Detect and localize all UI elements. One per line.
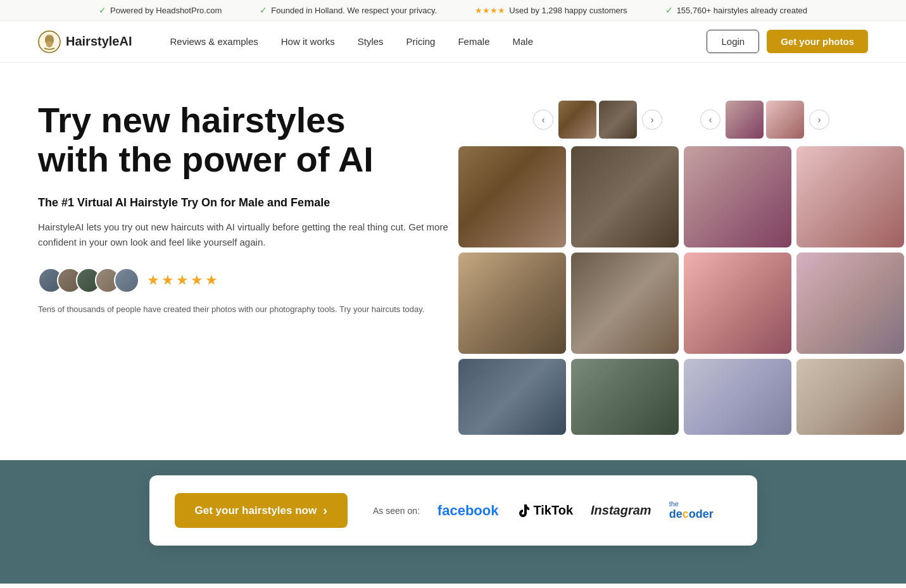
logo-text: HairstyleAI bbox=[66, 34, 132, 49]
nav-link-how[interactable]: How it works bbox=[281, 36, 335, 47]
male-thumb-2 bbox=[599, 101, 637, 139]
login-button[interactable]: Login bbox=[707, 30, 759, 53]
instagram-brand: Instagram bbox=[591, 503, 651, 518]
nav-item-pricing[interactable]: Pricing bbox=[406, 36, 436, 47]
topbar-item-3: ★★★★ Used by 1,298 happy customers bbox=[475, 5, 627, 15]
get-hairstyles-button[interactable]: Get your hairstyles now › bbox=[175, 493, 348, 528]
topbar-item-4: ✓ 155,760+ hairstyles already created bbox=[665, 5, 807, 15]
male-grid-img-2 bbox=[458, 253, 566, 354]
nav-actions: Login Get your photos bbox=[707, 30, 868, 53]
nav-item-male[interactable]: Male bbox=[512, 36, 533, 47]
female-thumb-1 bbox=[726, 101, 764, 139]
nav-link-female[interactable]: Female bbox=[458, 36, 489, 47]
avatar-stack bbox=[38, 268, 139, 293]
hero-title: Try new hairstyles with the power of AI bbox=[38, 101, 469, 178]
arrow-icon: › bbox=[323, 503, 327, 518]
carousel-left-arrow-male[interactable]: ‹ bbox=[533, 109, 553, 130]
star-1: ★ bbox=[147, 272, 160, 289]
male-grid-img-4 bbox=[571, 146, 679, 247]
male-before-after: ‹ › bbox=[533, 101, 662, 139]
star-rating: ★ ★ ★ ★ ★ bbox=[147, 272, 218, 289]
topbar-item-1: ✓ Powered by HeadshotPro.com bbox=[99, 5, 222, 15]
nav-link-styles[interactable]: Styles bbox=[358, 36, 384, 47]
cta-bar: Get your hairstyles now › As seen on: fa… bbox=[149, 475, 757, 546]
carousel-left-arrow-female[interactable]: ‹ bbox=[700, 109, 720, 130]
topbar-text-1: Powered by HeadshotPro.com bbox=[110, 6, 222, 15]
star-4: ★ bbox=[191, 272, 203, 289]
topbar-text-3: Used by 1,298 happy customers bbox=[509, 6, 627, 15]
check-icon-2: ✓ bbox=[260, 5, 267, 15]
female-grid-col-2 bbox=[796, 146, 904, 435]
nav-link-reviews[interactable]: Reviews & examples bbox=[170, 36, 258, 47]
svg-point-2 bbox=[46, 41, 53, 47]
nav-links: Reviews & examples How it works Styles P… bbox=[170, 36, 707, 47]
check-icon-1: ✓ bbox=[99, 5, 106, 15]
get-photos-button[interactable]: Get your photos bbox=[767, 30, 868, 53]
hero-subtitle: The #1 Virtual AI Hairstyle Try On for M… bbox=[38, 196, 469, 210]
female-grid-img-3 bbox=[684, 359, 791, 435]
hero-images: ‹ › ‹ › bbox=[494, 101, 868, 435]
female-grid-img-6 bbox=[796, 359, 904, 435]
carousel-right-arrow-male[interactable]: › bbox=[642, 109, 662, 130]
check-icon-4: ✓ bbox=[665, 5, 673, 15]
tiktok-icon bbox=[516, 504, 530, 518]
cta-bar-wrapper: Get your hairstyles now › As seen on: fa… bbox=[0, 475, 906, 584]
logo-icon bbox=[38, 30, 61, 53]
topbar-text-4: 155,760+ hairstyles already created bbox=[677, 6, 807, 15]
decoder-brand: the decoder bbox=[669, 501, 714, 521]
female-grid-img-2 bbox=[684, 253, 791, 354]
nav-link-pricing[interactable]: Pricing bbox=[406, 36, 436, 47]
hero-avatars: ★ ★ ★ ★ ★ bbox=[38, 268, 469, 293]
topbar-text-2: Founded in Holland. We respect your priv… bbox=[271, 6, 437, 15]
female-grid-img-5 bbox=[796, 253, 904, 354]
navbar: HairstyleAI Reviews & examples How it wo… bbox=[0, 21, 906, 63]
logo-link[interactable]: HairstyleAI bbox=[38, 30, 132, 53]
hero-social-proof: Tens of thousands of people have created… bbox=[38, 303, 469, 316]
avatar-5 bbox=[114, 268, 139, 293]
female-thumbs bbox=[726, 101, 804, 139]
hero-text: Try new hairstyles with the power of AI … bbox=[38, 101, 494, 316]
male-grid-col bbox=[458, 146, 566, 435]
as-seen-label: As seen on: bbox=[373, 506, 420, 516]
nav-link-male[interactable]: Male bbox=[512, 36, 533, 47]
stars-icon: ★★★★ bbox=[475, 6, 505, 15]
nav-item-female[interactable]: Female bbox=[458, 36, 489, 47]
hero-section: Try new hairstyles with the power of AI … bbox=[0, 63, 906, 460]
hero-title-line1: Try new hairstyles bbox=[38, 100, 346, 140]
female-grid-img-1 bbox=[684, 146, 791, 247]
top-bar: ✓ Powered by HeadshotPro.com ✓ Founded i… bbox=[0, 0, 906, 21]
facebook-brand: facebook bbox=[437, 503, 499, 519]
before-after-container: ‹ › ‹ › bbox=[494, 101, 868, 139]
nav-item-reviews[interactable]: Reviews & examples bbox=[170, 36, 258, 47]
male-grid-img-6 bbox=[571, 359, 679, 435]
get-hairstyles-label: Get your hairstyles now bbox=[195, 504, 317, 517]
male-thumb-1 bbox=[558, 101, 596, 139]
male-grid-img-3 bbox=[458, 359, 566, 435]
hero-description: HairstyleAI lets you try out new haircut… bbox=[38, 220, 469, 250]
female-grid-col bbox=[684, 146, 791, 435]
face-grid bbox=[458, 146, 904, 435]
female-before-after: ‹ › bbox=[700, 101, 829, 139]
star-5: ★ bbox=[205, 272, 218, 289]
male-grid-img-5 bbox=[571, 253, 679, 354]
topbar-item-2: ✓ Founded in Holland. We respect your pr… bbox=[260, 5, 437, 15]
nav-item-how[interactable]: How it works bbox=[281, 36, 335, 47]
male-grid-img-1 bbox=[458, 146, 566, 247]
male-grid-col-2 bbox=[571, 146, 679, 435]
star-3: ★ bbox=[176, 272, 189, 289]
nav-item-styles[interactable]: Styles bbox=[358, 36, 384, 47]
female-grid-img-4 bbox=[796, 146, 904, 247]
as-seen-on: As seen on: facebook TikTok Instagram th… bbox=[373, 501, 714, 521]
male-thumbs bbox=[558, 101, 637, 139]
female-thumb-2 bbox=[766, 101, 804, 139]
star-2: ★ bbox=[161, 272, 174, 289]
hero-title-line2: with the power of AI bbox=[38, 139, 374, 179]
carousel-right-arrow-female[interactable]: › bbox=[809, 109, 829, 130]
tiktok-brand: TikTok bbox=[516, 503, 573, 518]
